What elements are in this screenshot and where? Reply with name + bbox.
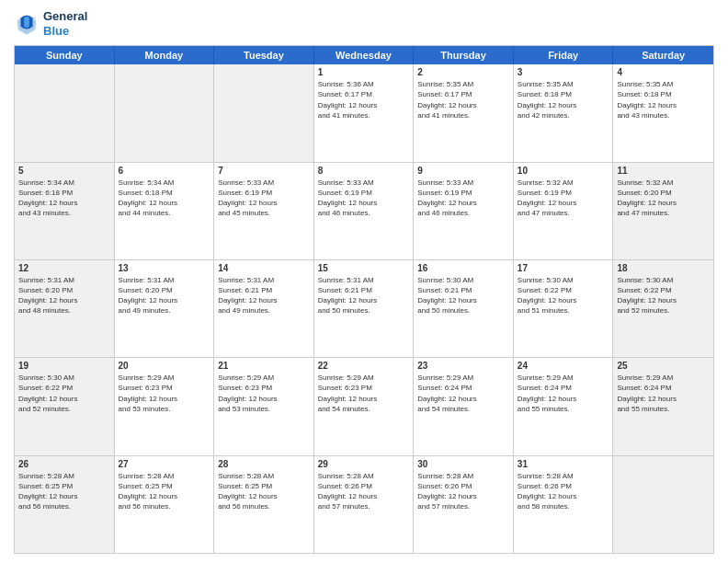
calendar-cell-11: 11Sunrise: 5:32 AM Sunset: 6:20 PM Dayli…: [613, 163, 713, 259]
day-info: Sunrise: 5:31 AM Sunset: 6:21 PM Dayligh…: [318, 275, 410, 316]
calendar-cell-21: 21Sunrise: 5:29 AM Sunset: 6:23 PM Dayli…: [214, 358, 314, 454]
day-number: 24: [518, 361, 609, 371]
calendar: SundayMondayTuesdayWednesdayThursdayFrid…: [14, 45, 714, 554]
day-info: Sunrise: 5:28 AM Sunset: 6:26 PM Dayligh…: [518, 471, 609, 512]
day-number: 11: [617, 166, 710, 176]
calendar-cell-28: 28Sunrise: 5:28 AM Sunset: 6:25 PM Dayli…: [214, 456, 314, 553]
calendar-cell-22: 22Sunrise: 5:29 AM Sunset: 6:23 PM Dayli…: [314, 358, 415, 454]
day-number: 4: [617, 67, 710, 77]
day-number: 10: [518, 166, 609, 176]
weekday-header-wednesday: Wednesday: [314, 46, 415, 64]
day-info: Sunrise: 5:29 AM Sunset: 6:23 PM Dayligh…: [119, 373, 210, 414]
day-info: Sunrise: 5:28 AM Sunset: 6:25 PM Dayligh…: [18, 471, 110, 512]
calendar-cell-3: 3Sunrise: 5:35 AM Sunset: 6:18 PM Daylig…: [514, 64, 614, 161]
day-info: Sunrise: 5:31 AM Sunset: 6:20 PM Dayligh…: [18, 275, 110, 316]
calendar-cell-26: 26Sunrise: 5:28 AM Sunset: 6:25 PM Dayli…: [15, 456, 115, 553]
weekday-header-sunday: Sunday: [15, 46, 115, 64]
day-number: 1: [318, 67, 410, 77]
calendar-cell-30: 30Sunrise: 5:28 AM Sunset: 6:26 PM Dayli…: [414, 456, 514, 553]
day-number: 21: [218, 361, 310, 371]
day-info: Sunrise: 5:30 AM Sunset: 6:22 PM Dayligh…: [18, 373, 110, 414]
calendar-row-5: 26Sunrise: 5:28 AM Sunset: 6:25 PM Dayli…: [15, 456, 713, 553]
day-number: 18: [617, 263, 710, 273]
weekday-header-saturday: Saturday: [613, 46, 713, 64]
day-number: 17: [518, 263, 609, 273]
calendar-row-2: 5Sunrise: 5:34 AM Sunset: 6:18 PM Daylig…: [15, 163, 713, 260]
calendar-cell-2: 2Sunrise: 5:35 AM Sunset: 6:17 PM Daylig…: [414, 64, 514, 161]
day-number: 25: [617, 361, 710, 371]
day-info: Sunrise: 5:29 AM Sunset: 6:23 PM Dayligh…: [318, 373, 410, 414]
calendar-cell-16: 16Sunrise: 5:30 AM Sunset: 6:21 PM Dayli…: [414, 260, 514, 357]
day-info: Sunrise: 5:36 AM Sunset: 6:17 PM Dayligh…: [318, 79, 410, 121]
calendar-cell-24: 24Sunrise: 5:29 AM Sunset: 6:24 PM Dayli…: [514, 358, 614, 454]
weekday-header-friday: Friday: [514, 46, 614, 64]
calendar-cell-1: 1Sunrise: 5:36 AM Sunset: 6:17 PM Daylig…: [314, 64, 415, 161]
calendar-cell-12: 12Sunrise: 5:31 AM Sunset: 6:20 PM Dayli…: [15, 260, 115, 357]
calendar-cell-14: 14Sunrise: 5:31 AM Sunset: 6:21 PM Dayli…: [214, 260, 314, 357]
calendar-header: SundayMondayTuesdayWednesdayThursdayFrid…: [15, 46, 713, 64]
page: General Blue SundayMondayTuesdayWednesda…: [0, 0, 728, 563]
day-info: Sunrise: 5:32 AM Sunset: 6:20 PM Dayligh…: [617, 178, 710, 219]
day-info: Sunrise: 5:30 AM Sunset: 6:22 PM Dayligh…: [518, 275, 609, 316]
day-info: Sunrise: 5:28 AM Sunset: 6:25 PM Dayligh…: [119, 471, 210, 512]
calendar-row-3: 12Sunrise: 5:31 AM Sunset: 6:20 PM Dayli…: [15, 260, 713, 358]
day-info: Sunrise: 5:29 AM Sunset: 6:24 PM Dayligh…: [417, 373, 509, 414]
day-info: Sunrise: 5:29 AM Sunset: 6:24 PM Dayligh…: [617, 373, 710, 414]
calendar-cell-empty-6: [613, 456, 713, 553]
day-info: Sunrise: 5:33 AM Sunset: 6:19 PM Dayligh…: [417, 178, 509, 219]
calendar-row-1: 1Sunrise: 5:36 AM Sunset: 6:17 PM Daylig…: [15, 64, 713, 162]
calendar-cell-7: 7Sunrise: 5:33 AM Sunset: 6:19 PM Daylig…: [214, 163, 314, 259]
calendar-cell-18: 18Sunrise: 5:30 AM Sunset: 6:22 PM Dayli…: [613, 260, 713, 357]
day-number: 26: [18, 459, 110, 469]
day-info: Sunrise: 5:33 AM Sunset: 6:19 PM Dayligh…: [218, 178, 310, 219]
day-number: 20: [119, 361, 210, 371]
calendar-cell-5: 5Sunrise: 5:34 AM Sunset: 6:18 PM Daylig…: [15, 163, 115, 259]
day-number: 6: [119, 166, 210, 176]
weekday-header-thursday: Thursday: [414, 46, 514, 64]
weekday-header-monday: Monday: [115, 46, 215, 64]
calendar-cell-9: 9Sunrise: 5:33 AM Sunset: 6:19 PM Daylig…: [414, 163, 514, 259]
day-info: Sunrise: 5:28 AM Sunset: 6:26 PM Dayligh…: [318, 471, 410, 512]
day-info: Sunrise: 5:33 AM Sunset: 6:19 PM Dayligh…: [318, 178, 410, 219]
day-number: 27: [119, 459, 210, 469]
logo-text: General Blue: [43, 9, 87, 38]
day-info: Sunrise: 5:35 AM Sunset: 6:17 PM Dayligh…: [417, 79, 509, 121]
calendar-cell-empty-0: [15, 64, 115, 161]
day-number: 3: [518, 67, 609, 77]
day-info: Sunrise: 5:30 AM Sunset: 6:22 PM Dayligh…: [617, 275, 710, 316]
day-number: 22: [318, 361, 410, 371]
day-number: 16: [417, 263, 509, 273]
day-number: 23: [417, 361, 509, 371]
calendar-cell-27: 27Sunrise: 5:28 AM Sunset: 6:25 PM Dayli…: [115, 456, 215, 553]
day-info: Sunrise: 5:30 AM Sunset: 6:21 PM Dayligh…: [417, 275, 509, 316]
day-info: Sunrise: 5:28 AM Sunset: 6:25 PM Dayligh…: [218, 471, 310, 512]
header: General Blue: [14, 9, 714, 38]
calendar-cell-empty-1: [115, 64, 215, 161]
day-info: Sunrise: 5:29 AM Sunset: 6:23 PM Dayligh…: [218, 373, 310, 414]
day-info: Sunrise: 5:34 AM Sunset: 6:18 PM Dayligh…: [119, 178, 210, 219]
calendar-cell-23: 23Sunrise: 5:29 AM Sunset: 6:24 PM Dayli…: [414, 358, 514, 454]
calendar-cell-4: 4Sunrise: 5:35 AM Sunset: 6:18 PM Daylig…: [613, 64, 713, 161]
day-number: 30: [417, 459, 509, 469]
logo: General Blue: [14, 9, 87, 38]
day-info: Sunrise: 5:29 AM Sunset: 6:24 PM Dayligh…: [518, 373, 609, 414]
day-number: 28: [218, 459, 310, 469]
calendar-cell-25: 25Sunrise: 5:29 AM Sunset: 6:24 PM Dayli…: [613, 358, 713, 454]
day-number: 8: [318, 166, 410, 176]
calendar-cell-empty-2: [214, 64, 314, 161]
logo-icon: [14, 11, 40, 37]
calendar-cell-19: 19Sunrise: 5:30 AM Sunset: 6:22 PM Dayli…: [15, 358, 115, 454]
calendar-cell-17: 17Sunrise: 5:30 AM Sunset: 6:22 PM Dayli…: [514, 260, 614, 357]
day-number: 5: [18, 166, 110, 176]
day-number: 19: [18, 361, 110, 371]
calendar-cell-10: 10Sunrise: 5:32 AM Sunset: 6:19 PM Dayli…: [514, 163, 614, 259]
day-info: Sunrise: 5:35 AM Sunset: 6:18 PM Dayligh…: [518, 79, 609, 121]
day-number: 29: [318, 459, 410, 469]
calendar-cell-13: 13Sunrise: 5:31 AM Sunset: 6:20 PM Dayli…: [115, 260, 215, 357]
calendar-row-4: 19Sunrise: 5:30 AM Sunset: 6:22 PM Dayli…: [15, 358, 713, 455]
day-number: 13: [119, 263, 210, 273]
day-number: 2: [417, 67, 509, 77]
day-info: Sunrise: 5:35 AM Sunset: 6:18 PM Dayligh…: [617, 79, 710, 121]
day-number: 7: [218, 166, 310, 176]
day-info: Sunrise: 5:31 AM Sunset: 6:20 PM Dayligh…: [119, 275, 210, 316]
